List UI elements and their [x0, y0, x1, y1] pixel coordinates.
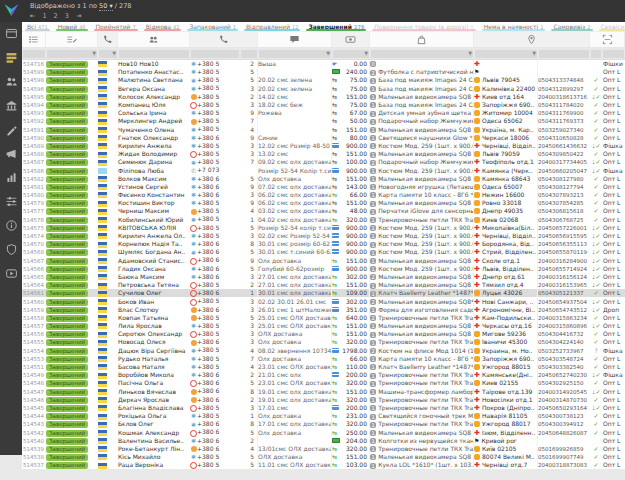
table-row[interactable]: 514551ЗавершенийБасова Наталя✱+380 5423.…	[22, 363, 625, 371]
table-row[interactable]: 514566ЗавершенийГладик Оксана✱+380 65Гол…	[22, 265, 625, 273]
table-row[interactable]: 514558ЗавершенийКовпак Татьяна+380 5525.…	[22, 314, 625, 322]
table-row[interactable]: 514564ЗавершенийПетровська Тетяна+380 52…	[22, 281, 625, 289]
tab-Нема в наявності[interactable]: Нема в наявності1	[479, 22, 549, 31]
table-row[interactable]: 514599ЗавершенийПотапенко Анастас..✱+380…	[22, 68, 625, 76]
table-row[interactable]: 514576ЗавершенийКобилинський Юрий✱+380 5…	[22, 216, 625, 224]
column-filter[interactable]: ▼	[475, 50, 537, 58]
tab-Відмова[interactable]: Відмова42	[141, 22, 185, 31]
column-header-status-edit[interactable]	[46, 32, 98, 47]
column-filter[interactable]	[23, 50, 45, 58]
sidebar-item-products[interactable]	[0, 118, 22, 142]
pager-page-button[interactable]: 3	[65, 12, 70, 20]
sidebar-item-dashboard[interactable]	[0, 22, 22, 46]
table-row[interactable]: 514567ЗавершенийАдамовский Станис..+380 …	[22, 257, 625, 265]
column-header-clients[interactable]	[118, 32, 190, 47]
column-header-comment[interactable]	[258, 32, 332, 47]
table-row[interactable]: 514556ЗавершенийСиротюк Олександр+380 53…	[22, 330, 625, 338]
column-header-scan[interactable]	[590, 32, 625, 47]
table-row[interactable]: 514537ЗавершенийРаца Вероніка+380 5511.0…	[22, 461, 625, 469]
tab-Повернення товару (в дорозі)[interactable]: Повернення товару (в дорозі)0	[369, 22, 478, 31]
table-row[interactable]: 514546ЗавершенийДеркач Ярослав+380 6219.…	[22, 396, 625, 404]
sidebar-item-orders[interactable]	[0, 46, 22, 70]
table-row[interactable]: 514554ЗавершенийДацюк Віра Сергіївна✱+38…	[22, 347, 625, 355]
sidebar-item-video[interactable]	[0, 262, 22, 286]
table-row[interactable]: 514594ЗавершенийКомпанец Юля+380 5318.02…	[22, 101, 625, 109]
table-row[interactable]: 514582ЗавершенийВолков Максим✱+380 65Олх…	[22, 175, 625, 183]
table-row[interactable]: 514577ЗавершенийЧерниш Максим+380 5403.0…	[22, 207, 625, 215]
table-row[interactable]: 514553ЗавершенийРудько Наталья✱+380 57Ол…	[22, 355, 625, 363]
table-row[interactable]: 514596ЗавершенийВегера Оксана✱+380 5320.…	[22, 85, 625, 93]
table-row[interactable]: 514595ЗавершенийКолосок Александр+380 52…	[22, 93, 625, 101]
table-row[interactable]: 514580ЗавершенийФесенко Константин✱+380 …	[22, 191, 625, 199]
tab-Завершений[interactable]: Завершений278	[303, 22, 369, 31]
table-row[interactable]: 514559ЗавершенийВлас Слотюу+380 6326.01 …	[22, 306, 625, 314]
table-row[interactable]: 514591ЗавершенийЧумаченко Олена✱+380 54⇆…	[22, 126, 625, 134]
table-row[interactable]: 514592ЗавершенийМерклингер Андрей+380 57…	[22, 117, 625, 125]
column-header-bag[interactable]	[370, 32, 474, 47]
column-filter[interactable]	[603, 50, 624, 58]
table-row[interactable]: 514574ЗавершенийКирилич Анжела Ол..✱+380…	[22, 232, 625, 240]
table-row[interactable]: 514557ЗавершенийЛила Ярослав✱+380 5325.0…	[22, 322, 625, 330]
table-row[interactable]: 514716ЗавершенийНов10 Нов10✱+380 52Выша☛…	[22, 60, 625, 68]
tab-Самовивіз[interactable]: Самовивіз2	[548, 22, 595, 31]
table-row[interactable]: 514547ЗавершенийЛиньков Вячеслав+380 681…	[22, 388, 625, 396]
table-row[interactable]: 514568ЗавершенийШумляс Богдана Ан..✱+380…	[22, 248, 625, 256]
table-row[interactable]: 514586ЗавершенийФіліпова Люба✆+7 073Розм…	[22, 166, 625, 174]
table-row[interactable]: 514598ЗавершенийМалютина Светлана✱+380 5…	[22, 76, 625, 84]
column-filter[interactable]	[191, 50, 239, 58]
tab-Всі[interactable]: Всі471	[22, 22, 53, 31]
table-row[interactable]: 514581ЗавершенийУстинов Сергей✱+380 6907…	[22, 183, 625, 191]
column-filter[interactable]	[591, 50, 601, 58]
column-filter[interactable]: ▼	[47, 50, 97, 58]
table-row[interactable]: 514542ЗавершенийКошмак Александр+380 65О…	[22, 428, 625, 436]
table-row[interactable]: 514560ЗавершенийБоков Иван+380 5302.02 3…	[22, 297, 625, 305]
tab-Запакований[interactable]: Запакований1	[184, 22, 241, 31]
sidebar-item-marketing[interactable]	[0, 142, 22, 166]
table-row[interactable]: 514555ЗавершенийНовосад Олеся+380 63Олх …	[22, 338, 625, 346]
app-logo[interactable]	[3, 2, 20, 19]
column-header-call[interactable]	[98, 32, 118, 47]
table-row[interactable]: 514593ЗавершенийСольська Ірина✱+380 59Ро…	[22, 109, 625, 117]
table-row[interactable]: 514543ЗавершенийБєлов Олег✱+380 6817.01 …	[22, 420, 625, 428]
sidebar-item-settings[interactable]	[0, 190, 22, 214]
tab-Відправлений[interactable]: Відправлений12	[241, 22, 304, 31]
table-row[interactable]: 514565ЗавершенийБаюка Максим✱+380 6327.0…	[22, 273, 625, 281]
tab-Новий[interactable]: Новий48	[53, 22, 91, 31]
table-row[interactable]: 514587ЗавершенийСеменюк Дарина✱+380 5709…	[22, 158, 625, 166]
column-filter[interactable]: ▼	[371, 50, 473, 58]
table-row[interactable]: 514539ЗавершенийРоке-Бетанкурт Лін..+380…	[22, 445, 625, 453]
pager-page-button[interactable]: 1	[42, 12, 47, 20]
table-row[interactable]: 514540ЗавершенийВалентина Василье..✱+380…	[22, 437, 625, 445]
table-row[interactable]: 514588ЗавершенийЖидак Володимир+380 5313…	[22, 150, 625, 158]
sidebar-item-bank[interactable]	[0, 94, 22, 118]
table-row[interactable]: 514589ЗавершенийКирилич Анжела✱+380 5312…	[22, 142, 625, 150]
table-row[interactable]: 514575ЗавершенийКВІТОВСЬКА ЮЛІЯ+380 55Ро…	[22, 224, 625, 232]
sidebar-item-support[interactable]	[0, 238, 22, 262]
column-header-order-list[interactable]	[22, 32, 46, 47]
per-page-dropdown[interactable]: 50 ▾	[99, 2, 113, 11]
pager-page-button[interactable]: 2	[54, 12, 59, 20]
column-filter[interactable]	[119, 50, 189, 58]
table-row[interactable]: 514544ЗавершенийРокіцька Ольга✱+380 51Ол…	[22, 412, 625, 420]
pager-last-button[interactable]: ⇥	[76, 12, 82, 20]
sidebar-item-clients[interactable]	[0, 70, 22, 94]
column-filter[interactable]	[539, 50, 589, 58]
column-filter[interactable]: ▼	[333, 50, 369, 58]
sidebar-item-stats[interactable]	[0, 166, 22, 190]
column-filter[interactable]	[241, 50, 257, 58]
column-header-location-pin[interactable]	[474, 32, 590, 47]
tab-Сервіси[interactable]: Сервіси0	[596, 22, 625, 31]
tab-Прийнятий[interactable]: Прийнятий7	[91, 22, 141, 31]
table-row[interactable]: 514579ЗавершенийКостишин Виктор✱+380 590…	[22, 199, 625, 207]
pager-first-button[interactable]: ⇤	[30, 12, 36, 20]
column-filter[interactable]: ▼	[99, 50, 117, 58]
column-filter[interactable]: ▼	[259, 50, 331, 58]
table-row[interactable]: 514590ЗавершенийГнатюк Олександр✱+380 69…	[22, 134, 625, 142]
table-row[interactable]: 514561ЗавершенийСучилов Олег+380 6130.01…	[22, 289, 625, 297]
table-row[interactable]: 514548ЗавершенийПасічна Ольга+380 6523.0…	[22, 379, 625, 387]
column-header-money[interactable]	[332, 32, 370, 47]
sidebar-item-info[interactable]	[0, 214, 22, 238]
table-row[interactable]: 514570ЗавершенийКорнелюк Надія Та..✱+380…	[22, 240, 625, 248]
table-row[interactable]: 514538ЗавершенийКісь Михайло✱+380 55ОЛХ …	[22, 453, 625, 461]
column-header-phone[interactable]	[190, 32, 258, 47]
